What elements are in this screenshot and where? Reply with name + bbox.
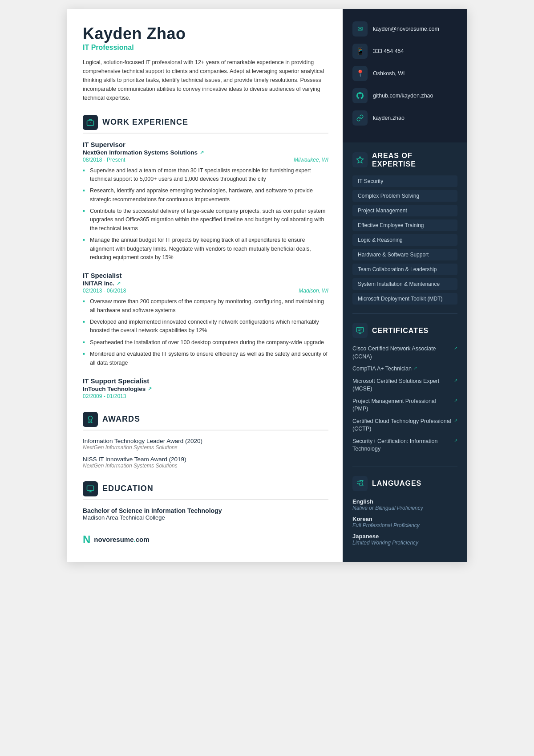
resume-container: Kayden Zhao IT Professional Logical, sol… <box>67 9 467 562</box>
work-experience-header: WORK EXPERIENCE <box>83 115 328 134</box>
cert-3-link[interactable]: ↗ <box>454 398 457 404</box>
github-icon <box>352 88 368 103</box>
cert-4: Certified Cloud Technology Professional … <box>352 418 457 433</box>
job-2-link-icon[interactable]: ↗ <box>117 280 121 286</box>
expertise-tags-list: IT Security Complex Problem Solving Proj… <box>352 175 457 305</box>
novoresume-footer: N novoresume.com <box>83 533 328 546</box>
lang-2-name: Japanese <box>352 533 457 540</box>
award-2-org: NextGen Information Systems Solutions <box>83 463 328 469</box>
cert-1-link[interactable]: ↗ <box>413 365 417 371</box>
candidate-summary: Logical, solution-focused IT professiona… <box>83 58 328 102</box>
contact-email: ✉ kayden@novoresume.com <box>352 21 457 37</box>
cert-2-link[interactable]: ↗ <box>454 378 457 384</box>
expertise-title: AREAS OFEXPERTISE <box>372 151 416 168</box>
job-1-meta: 08/2018 - Present Milwaukee, WI <box>83 157 328 163</box>
contact-section: ✉ kayden@novoresume.com 📱 333 454 454 📍 … <box>343 9 467 142</box>
cert-4-link[interactable]: ↗ <box>454 418 457 424</box>
award-1-org: NextGen Information Systems Solutions <box>83 444 328 451</box>
awards-header: AWARDS <box>83 412 328 431</box>
job-3-title: IT Support Specialist <box>83 377 328 385</box>
job-2-bullet-2: Developed and implemented innovated conn… <box>83 318 328 335</box>
education-section: EDUCATION Bachelor of Science in Informa… <box>83 481 328 521</box>
candidate-title: IT Professional <box>83 44 328 52</box>
cert-1: CompTIA A+ Technician ↗ <box>352 365 457 373</box>
cert-0: Cisco Certified Network Associate (CCNA)… <box>352 345 457 361</box>
svg-rect-5 <box>357 328 364 333</box>
job-1-link-icon[interactable]: ↗ <box>200 150 204 155</box>
svg-rect-0 <box>87 121 94 126</box>
job-2: IT Specialist INITAR Inc. ↗ 02/2013 - 06… <box>83 272 328 367</box>
lang-0-level: Native or Bilingual Proficiency <box>352 505 457 511</box>
job-1-bullet-4: Manage the annual budget for IT projects… <box>83 236 328 262</box>
left-column: Kayden Zhao IT Professional Logical, sol… <box>67 9 343 562</box>
lang-1-name: Korean <box>352 516 457 522</box>
job-3-link-icon[interactable]: ↗ <box>148 386 152 392</box>
certificates-header: CERTIFICATES <box>352 323 457 338</box>
job-1-bullet-1: Supervise and lead a team of more than 3… <box>83 167 328 184</box>
work-experience-title: WORK EXPERIENCE <box>102 118 188 127</box>
expertise-tag-8: Microsoft Deployment Toolkit (MDT) <box>352 293 457 305</box>
expertise-tag-2: Project Management <box>352 205 457 216</box>
education-school: Madison Area Technical College <box>83 514 328 521</box>
novo-brand: novoresume.com <box>94 536 149 543</box>
certificates-icon <box>352 323 368 338</box>
job-2-bullet-3: Spearheaded the installation of over 100… <box>83 338 328 347</box>
phone-text: 333 454 454 <box>373 48 404 54</box>
languages-header: LANGUAGES <box>352 476 457 491</box>
job-2-bullet-4: Monitored and evaluated the IT systems t… <box>83 350 328 367</box>
job-1-bullets: Supervise and lead a team of more than 3… <box>83 167 328 262</box>
job-1-bullet-2: Research, identify and appraise emerging… <box>83 187 328 204</box>
education-degree: Bachelor of Science in Information Techn… <box>83 507 328 514</box>
location-text: Oshkosh, WI <box>373 70 405 77</box>
phone-icon: 📱 <box>352 44 368 59</box>
location-icon: 📍 <box>352 66 368 81</box>
expertise-section: AREAS OFEXPERTISE IT Security Complex Pr… <box>343 142 467 313</box>
job-1-company: NextGen Information Systems Solutions ↗ <box>83 149 328 156</box>
cert-3: Project Management Professional (PMP) ↗ <box>352 398 457 413</box>
awards-icon <box>83 412 98 427</box>
expertise-tag-4: Logic & Reasoning <box>352 234 457 246</box>
education-icon <box>83 481 98 496</box>
languages-icon <box>352 476 368 491</box>
job-1: IT Supervisor NextGen Information System… <box>83 141 328 262</box>
job-3: IT Support Specialist InTouch Technologi… <box>83 377 328 399</box>
cert-0-link[interactable]: ↗ <box>454 345 457 351</box>
languages-title: LANGUAGES <box>372 479 421 488</box>
job-2-bullets: Oversaw more than 200 computers of the c… <box>83 297 328 367</box>
github-text: github.com/kayden.zhao <box>373 93 433 99</box>
education-header: EDUCATION <box>83 481 328 500</box>
lang-2-level: Limited Working Proficiency <box>352 540 457 546</box>
svg-marker-4 <box>357 157 364 163</box>
job-1-title: IT Supervisor <box>83 141 328 148</box>
lang-1-level: Full Professional Proficiency <box>352 522 457 528</box>
email-icon: ✉ <box>352 21 368 37</box>
job-2-meta: 02/2013 - 06/2018 Madison, WI <box>83 288 328 294</box>
award-1-name: Information Technology Leader Award (202… <box>83 438 328 444</box>
expertise-header: AREAS OFEXPERTISE <box>352 151 457 168</box>
cert-5: Security+ Certification: Information Tec… <box>352 438 457 453</box>
expertise-tag-6: Team Collaboration & Leadership <box>352 264 457 275</box>
portfolio-icon <box>352 110 368 126</box>
expertise-tag-0: IT Security <box>352 175 457 187</box>
portfolio-text: kayden.zhao <box>373 115 405 121</box>
cert-5-link[interactable]: ↗ <box>454 438 457 444</box>
job-3-company: InTouch Technologies ↗ <box>83 386 328 392</box>
svg-rect-3 <box>87 486 94 491</box>
novo-logo-n: N <box>83 533 90 546</box>
contact-github: github.com/kayden.zhao <box>352 88 457 103</box>
job-3-meta: 02/2009 - 01/2013 <box>83 393 328 399</box>
award-2: NISS IT Innovative Team Award (2019) Nex… <box>83 456 328 469</box>
candidate-name: Kayden Zhao <box>83 25 328 43</box>
expertise-tag-5: Hardware & Software Support <box>352 249 457 260</box>
certificates-title: CERTIFICATES <box>372 326 429 335</box>
award-1: Information Technology Leader Award (202… <box>83 438 328 451</box>
right-column: ✉ kayden@novoresume.com 📱 333 454 454 📍 … <box>343 9 467 562</box>
expertise-tag-1: Complex Problem Solving <box>352 190 457 202</box>
languages-section: LANGUAGES English Native or Bilingual Pr… <box>343 467 467 559</box>
cert-2: Microsoft Certified Solutions Expert (MC… <box>352 378 457 393</box>
job-1-bullet-3: Contribute to the successful delivery of… <box>83 207 328 233</box>
education-title: EDUCATION <box>102 484 154 493</box>
work-experience-section: WORK EXPERIENCE IT Supervisor NextGen In… <box>83 115 328 399</box>
job-2-company: INITAR Inc. ↗ <box>83 280 328 287</box>
lang-0: English Native or Bilingual Proficiency <box>352 498 457 511</box>
